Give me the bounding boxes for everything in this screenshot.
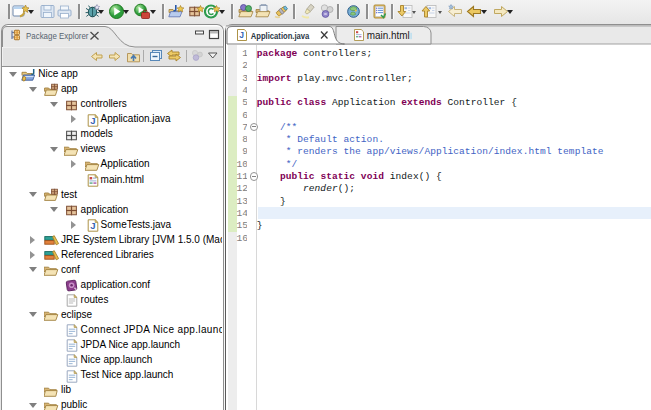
svg-text:Application.java: Application.java <box>251 31 310 41</box>
svg-text:J: J <box>239 30 244 40</box>
svg-text:Package Explorer: Package Explorer <box>26 31 89 41</box>
svg-text:main.html: main.html <box>367 30 410 41</box>
